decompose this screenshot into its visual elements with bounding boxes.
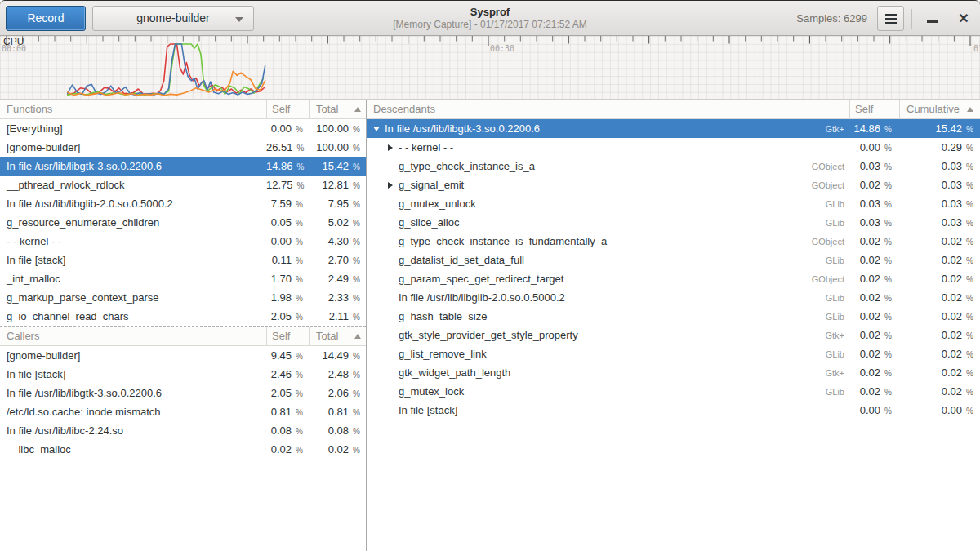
table-row[interactable]: [gnome-builder]9.45 %14.49 % bbox=[0, 346, 366, 365]
cpu-graph[interactable]: CPU 00:00 00:30 01:00 bbox=[0, 36, 980, 100]
functions-header-row: Functions Self Total bbox=[0, 100, 366, 119]
expander-icon[interactable] bbox=[385, 142, 396, 153]
table-row[interactable]: gtk_widget_path_lengthGtk+0.02 %0.02 % bbox=[367, 363, 980, 382]
library-tag: GLib bbox=[826, 293, 849, 303]
function-name-cell: - - kernel - - bbox=[0, 235, 266, 247]
table-row[interactable]: In file /usr/lib/libgtk-3.so.0.2200.614.… bbox=[0, 157, 366, 176]
table-row[interactable]: __pthread_rwlock_rdlock12.75 %12.81 % bbox=[0, 176, 366, 194]
table-row[interactable]: __libc_malloc0.02 %0.02 % bbox=[0, 440, 366, 459]
table-row[interactable]: /etc/ld.so.cache: inode mismatch0.81 %0.… bbox=[0, 402, 366, 421]
total-value: 15.42 % bbox=[309, 160, 366, 172]
cumulative-value: 0.00 % bbox=[899, 404, 980, 416]
total-value: 14.49 % bbox=[309, 349, 366, 362]
table-row[interactable]: In file /usr/lib/libglib-2.0.so.0.5000.2… bbox=[0, 194, 366, 213]
chevron-down-icon bbox=[235, 17, 243, 22]
table-row[interactable]: g_list_remove_linkGLib0.02 %0.02 % bbox=[367, 344, 980, 363]
descendant-name-cell: In file /usr/lib/libglib-2.0.so.0.5000.2… bbox=[367, 291, 849, 304]
function-name-cell: [gnome-builder] bbox=[0, 141, 266, 153]
table-row[interactable]: In file [stack]2.46 %2.48 % bbox=[0, 365, 366, 384]
total-value: 12.81 % bbox=[309, 179, 366, 191]
self-value: 0.81 % bbox=[266, 406, 309, 418]
expander-icon[interactable] bbox=[385, 180, 396, 190]
descendant-name: g_mutex_lock bbox=[399, 385, 464, 398]
expander-icon bbox=[385, 330, 396, 340]
self-value: 0.02 % bbox=[849, 310, 899, 322]
total-value: 2.49 % bbox=[309, 273, 366, 285]
minimize-icon bbox=[927, 20, 938, 23]
table-row[interactable]: g_slice_allocGLib0.03 %0.03 % bbox=[367, 213, 980, 232]
total-column-header[interactable]: Total bbox=[309, 100, 366, 118]
table-row[interactable]: g_param_spec_get_redirect_targetGObject0… bbox=[367, 269, 980, 288]
self-value: 0.11 % bbox=[266, 254, 309, 266]
sysprof-window: Record gnome-builder Sysprof [Memory Cap… bbox=[0, 0, 980, 551]
callers-panel: Callers Self Total [gnome-builder]9.45 %… bbox=[0, 327, 366, 459]
main-area: Functions Self Total [Everything]0.00 %1… bbox=[0, 100, 980, 551]
descendants-table: In file /usr/lib/libgtk-3.so.0.2200.6Gtk… bbox=[367, 119, 980, 420]
table-row[interactable]: - - kernel - -0.00 %0.29 % bbox=[367, 138, 980, 157]
table-row[interactable]: g_mutex_lockGLib0.02 %0.02 % bbox=[367, 382, 980, 401]
cumulative-value: 0.02 % bbox=[899, 273, 980, 285]
table-row[interactable]: g_hash_table_sizeGLib0.02 %0.02 % bbox=[367, 307, 980, 326]
expander-icon[interactable] bbox=[372, 123, 382, 134]
cumulative-column-header[interactable]: Cumulative bbox=[899, 100, 980, 118]
table-row[interactable]: g_io_channel_read_chars2.05 %2.11 % bbox=[0, 307, 366, 326]
table-row[interactable]: In file [stack]0.11 %2.70 % bbox=[0, 251, 366, 269]
table-row[interactable]: [gnome-builder]26.51 %100.00 % bbox=[0, 138, 366, 157]
cumulative-value: 0.02 % bbox=[899, 291, 980, 304]
descendant-name: gtk_widget_path_length bbox=[399, 367, 510, 379]
table-row[interactable]: [Everything]0.00 %100.00 % bbox=[0, 119, 366, 138]
descendant-name-cell: In file [stack] bbox=[367, 404, 849, 416]
total-value: 0.81 % bbox=[309, 406, 366, 418]
functions-column-header[interactable]: Functions bbox=[0, 100, 266, 118]
table-row[interactable]: g_signal_emitGObject0.02 %0.03 % bbox=[367, 176, 980, 194]
table-row[interactable]: In file /usr/lib/libc-2.24.so0.08 %0.08 … bbox=[0, 421, 366, 440]
table-row[interactable]: In file /usr/lib/libgtk-3.so.0.2200.62.0… bbox=[0, 384, 366, 402]
sort-arrow-icon bbox=[967, 107, 973, 112]
close-button[interactable]: ✕ bbox=[954, 9, 973, 29]
total-value: 100.00 % bbox=[309, 122, 366, 135]
self-value: 0.00 % bbox=[266, 122, 309, 135]
library-tag: GObject bbox=[812, 274, 849, 284]
descendant-name-cell: g_param_spec_get_redirect_targetGObject bbox=[367, 273, 849, 285]
table-row[interactable]: g_resource_enumerate_children0.05 %5.02 … bbox=[0, 213, 366, 232]
self-value: 2.05 % bbox=[266, 387, 309, 399]
function-name-cell: In file /usr/lib/libc-2.24.so bbox=[0, 424, 266, 437]
callers-table: [gnome-builder]9.45 %14.49 %In file [sta… bbox=[0, 346, 366, 459]
table-row[interactable]: In file [stack]0.00 %0.00 % bbox=[367, 401, 980, 420]
function-name-cell: [gnome-builder] bbox=[0, 349, 266, 362]
target-process-dropdown[interactable]: gnome-builder bbox=[92, 6, 254, 31]
table-row[interactable]: g_markup_parse_context_parse1.98 %2.33 % bbox=[0, 288, 366, 307]
descendants-column-header[interactable]: Descendants bbox=[367, 100, 849, 118]
hamburger-icon bbox=[885, 14, 897, 24]
functions-table: [Everything]0.00 %100.00 %[gnome-builder… bbox=[0, 119, 366, 326]
record-button[interactable]: Record bbox=[6, 6, 86, 31]
table-row[interactable]: g_mutex_unlockGLib0.03 %0.03 % bbox=[367, 194, 980, 213]
table-row[interactable]: - - kernel - -0.00 %4.30 % bbox=[0, 232, 366, 251]
total-value: 0.02 % bbox=[309, 443, 366, 455]
self-column-header[interactable]: Self bbox=[849, 100, 899, 118]
table-row[interactable]: gtk_style_provider_get_style_propertyGtk… bbox=[367, 326, 980, 344]
menu-button[interactable] bbox=[877, 6, 904, 31]
table-row[interactable]: In file /usr/lib/libgtk-3.so.0.2200.6Gtk… bbox=[367, 119, 980, 138]
descendant-name: In file /usr/lib/libglib-2.0.so.0.5000.2 bbox=[399, 291, 565, 304]
cumulative-value: 0.02 % bbox=[899, 367, 980, 379]
table-row[interactable]: In file /usr/lib/libglib-2.0.so.0.5000.2… bbox=[367, 288, 980, 307]
time-tick-label: 00:30 bbox=[490, 44, 514, 53]
descendant-name: g_type_check_instance_is_fundamentally_a bbox=[399, 235, 607, 247]
table-row[interactable]: g_type_check_instance_is_fundamentally_a… bbox=[367, 232, 980, 251]
cumulative-value: 0.03 % bbox=[899, 160, 980, 172]
self-column-header[interactable]: Self bbox=[266, 327, 309, 345]
self-value: 12.75 % bbox=[266, 179, 309, 191]
callers-column-header[interactable]: Callers bbox=[0, 327, 266, 345]
descendant-name: In file /usr/lib/libgtk-3.so.0.2200.6 bbox=[385, 122, 540, 135]
expander-icon bbox=[385, 255, 396, 265]
minimize-button[interactable] bbox=[923, 9, 942, 29]
self-value: 0.05 % bbox=[266, 216, 309, 229]
function-name-cell: In file /usr/lib/libgtk-3.so.0.2200.6 bbox=[0, 387, 266, 399]
table-row[interactable]: _int_malloc1.70 %2.49 % bbox=[0, 269, 366, 288]
total-column-header[interactable]: Total bbox=[309, 327, 366, 345]
self-column-header[interactable]: Self bbox=[266, 100, 309, 118]
descendant-name: gtk_style_provider_get_style_property bbox=[399, 329, 578, 341]
table-row[interactable]: g_type_check_instance_is_aGObject0.03 %0… bbox=[367, 157, 980, 176]
table-row[interactable]: g_datalist_id_set_data_fullGLib0.02 %0.0… bbox=[367, 251, 980, 269]
